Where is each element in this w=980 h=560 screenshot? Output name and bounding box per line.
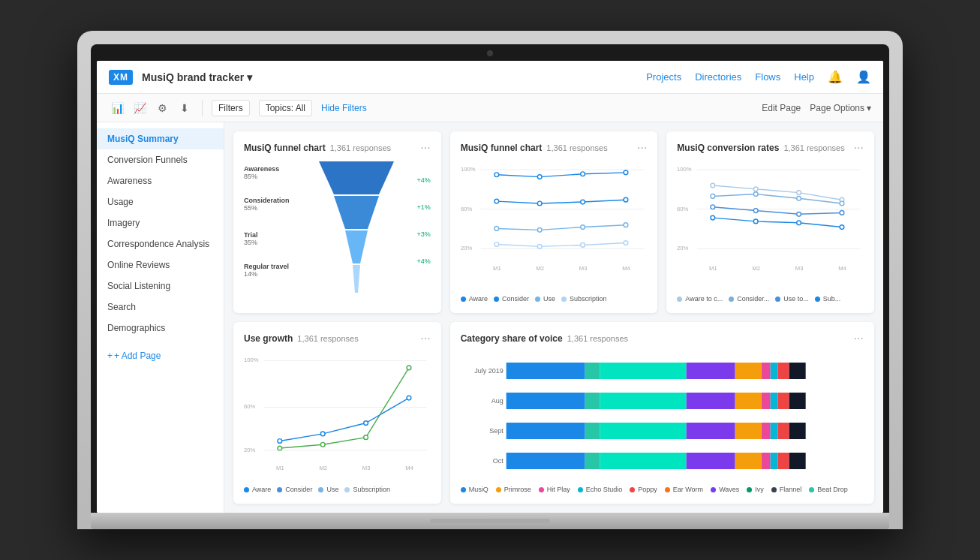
hide-filters-link[interactable]: Hide Filters bbox=[321, 103, 367, 113]
sidebar-item-imagery[interactable]: Imagery bbox=[97, 212, 224, 233]
sidebar-item-musiq-summary[interactable]: MusiQ Summary bbox=[97, 128, 224, 149]
funnel-chart-menu-icon[interactable]: ··· bbox=[420, 142, 430, 154]
topics-button[interactable]: Topics: All bbox=[259, 100, 312, 116]
svg-rect-79 bbox=[585, 363, 600, 379]
svg-rect-83 bbox=[761, 363, 770, 379]
svg-point-54 bbox=[797, 221, 801, 225]
legend-hitplay: Hit Play bbox=[539, 486, 570, 493]
funnel-label-regular-travel: Regular travel 14% bbox=[244, 263, 296, 278]
svg-point-50 bbox=[797, 212, 801, 216]
legend-waves: Waves bbox=[711, 486, 739, 493]
funnel-line-menu-icon[interactable]: ··· bbox=[637, 142, 647, 154]
filters-button[interactable]: Filters bbox=[212, 100, 250, 116]
svg-marker-1 bbox=[334, 196, 379, 229]
category-share-chart: July 2019 Aug Sept Oct bbox=[461, 352, 864, 480]
svg-rect-111 bbox=[770, 453, 777, 469]
legend-consider-conv: Consider... bbox=[729, 295, 769, 303]
funnel-line-legend: Aware Consider Use Subscription bbox=[461, 295, 648, 303]
sidebar-item-awareness[interactable]: Awareness bbox=[97, 170, 224, 191]
legend-flannel: Flannel bbox=[771, 486, 802, 493]
svg-rect-93 bbox=[770, 393, 777, 409]
funnel-change-2: +1% bbox=[416, 203, 430, 211]
download-icon[interactable]: ⬇ bbox=[176, 100, 193, 116]
svg-point-20 bbox=[580, 200, 585, 204]
svg-text:100%: 100% bbox=[244, 357, 259, 363]
svg-rect-103 bbox=[777, 423, 789, 439]
svg-point-71 bbox=[320, 432, 325, 436]
svg-point-21 bbox=[624, 197, 628, 202]
nav-projects[interactable]: Projects bbox=[646, 71, 681, 83]
svg-point-72 bbox=[364, 421, 368, 426]
conversion-rates-menu-icon[interactable]: ··· bbox=[854, 142, 864, 154]
app-header: XM MusiQ brand tracker ▾ Projects Direct… bbox=[97, 61, 883, 94]
funnel-chart-responses: 1,361 responses bbox=[330, 143, 391, 152]
legend-echostudio: Echo Studio bbox=[578, 486, 623, 493]
svg-rect-106 bbox=[585, 453, 600, 469]
nav-flows[interactable]: Flows bbox=[755, 71, 780, 83]
svg-text:100%: 100% bbox=[677, 166, 692, 173]
svg-point-51 bbox=[840, 211, 844, 215]
svg-marker-3 bbox=[353, 265, 360, 293]
page-options-button[interactable]: Page Options ▾ bbox=[810, 103, 871, 113]
sidebar-item-demographics[interactable]: Demographics bbox=[97, 318, 224, 339]
conversion-rates-title: MusiQ conversion rates bbox=[677, 143, 779, 153]
line-chart-icon[interactable]: 📈 bbox=[131, 100, 148, 116]
use-growth-menu-icon[interactable]: ··· bbox=[420, 333, 430, 345]
svg-point-73 bbox=[407, 396, 411, 400]
svg-point-23 bbox=[537, 227, 542, 232]
svg-point-46 bbox=[797, 196, 801, 200]
sidebar: MusiQ Summary Conversion Funnels Awarene… bbox=[97, 122, 224, 513]
notification-icon[interactable]: 🔔 bbox=[828, 70, 843, 84]
svg-rect-104 bbox=[789, 423, 805, 439]
toolbar-icons: 📊 📈 ⚙ ⬇ bbox=[109, 100, 203, 116]
funnel-svg bbox=[302, 161, 410, 293]
svg-rect-95 bbox=[789, 393, 805, 409]
funnel-chart-body: Awareness 85% Consideration 55% Trial 35… bbox=[244, 161, 431, 297]
svg-point-27 bbox=[537, 244, 542, 248]
svg-point-45 bbox=[754, 192, 759, 197]
svg-point-66 bbox=[278, 446, 282, 450]
settings-icon[interactable]: ⚙ bbox=[154, 100, 170, 116]
svg-text:July 2019: July 2019 bbox=[474, 367, 504, 375]
sidebar-item-search[interactable]: Search bbox=[97, 297, 224, 318]
header-nav: Projects Directories Flows Help 🔔 👤 bbox=[646, 70, 871, 84]
funnel-chart-header: MusiQ funnel chart 1,361 responses ··· bbox=[244, 142, 431, 154]
nav-help[interactable]: Help bbox=[794, 71, 814, 83]
bar-chart-icon[interactable]: 📊 bbox=[109, 100, 125, 116]
svg-rect-98 bbox=[600, 423, 686, 439]
svg-point-28 bbox=[580, 243, 585, 248]
svg-rect-78 bbox=[506, 363, 585, 379]
sidebar-item-usage[interactable]: Usage bbox=[97, 191, 224, 212]
svg-point-48 bbox=[711, 205, 715, 209]
sidebar-item-conversion-funnels[interactable]: Conversion Funnels bbox=[97, 149, 224, 170]
svg-text:100%: 100% bbox=[461, 166, 476, 173]
sidebar-item-online-reviews[interactable]: Online Reviews bbox=[97, 254, 224, 275]
conversion-rates-chart: 100% 60% 20% M1 M2 M3 M4 bbox=[677, 161, 864, 289]
app-title-chevron-icon[interactable]: ▾ bbox=[247, 71, 252, 83]
svg-rect-99 bbox=[686, 423, 735, 439]
funnel-change-1: +4% bbox=[416, 176, 430, 184]
legend-use: Use bbox=[535, 295, 555, 303]
toolbar: 📊 📈 ⚙ ⬇ Filters Topics: All Hide Filters… bbox=[97, 94, 883, 122]
sidebar-item-social-listening[interactable]: Social Listening bbox=[97, 275, 224, 297]
svg-text:M3: M3 bbox=[579, 265, 587, 272]
conversion-rates-responses: 1,361 responses bbox=[783, 143, 844, 152]
svg-point-68 bbox=[364, 435, 368, 440]
svg-point-41 bbox=[754, 187, 759, 191]
svg-marker-0 bbox=[319, 161, 394, 194]
add-page-button[interactable]: + + Add Page bbox=[97, 345, 224, 367]
svg-point-16 bbox=[580, 172, 585, 176]
nav-directories[interactable]: Directories bbox=[695, 71, 741, 83]
svg-rect-86 bbox=[789, 363, 805, 379]
sidebar-item-correspondence-analysis[interactable]: Correspondence Analysis bbox=[97, 233, 224, 254]
svg-point-52 bbox=[711, 215, 715, 220]
svg-text:20%: 20% bbox=[461, 245, 472, 251]
svg-point-40 bbox=[711, 183, 715, 188]
toolbar-right: Edit Page Page Options ▾ bbox=[762, 103, 871, 113]
user-icon[interactable]: 👤 bbox=[856, 70, 871, 84]
svg-point-55 bbox=[840, 225, 844, 230]
category-share-menu-icon[interactable]: ··· bbox=[854, 333, 864, 345]
svg-text:M1: M1 bbox=[709, 265, 717, 272]
svg-point-19 bbox=[537, 201, 542, 206]
edit-page-button[interactable]: Edit Page bbox=[762, 103, 801, 113]
